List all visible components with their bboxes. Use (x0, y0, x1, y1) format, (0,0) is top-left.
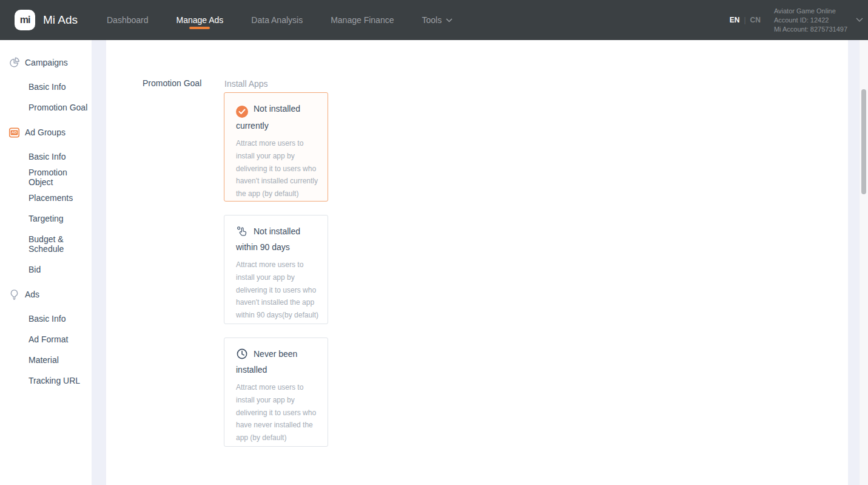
goal-card-description: Attract more users to install your app b… (236, 137, 322, 200)
nav-item-dashboard[interactable]: Dashboard (107, 0, 149, 40)
scrollbar-thumb[interactable] (861, 89, 866, 194)
svg-text:AD: AD (12, 130, 17, 134)
sidebar-item-basic-info[interactable]: Basic Info (0, 146, 92, 167)
navbar-right: EN | CN Aviator Game Online Account ID: … (730, 0, 863, 40)
sidebar-item-tracking-url[interactable]: Tracking URL (0, 370, 92, 391)
sidebar-section-ad-groups[interactable]: AD Ad Groups (0, 122, 92, 143)
sidebar-section-label: Campaigns (25, 58, 68, 67)
sidebar-item-budget-schedule[interactable]: Budget & Schedule (0, 229, 92, 259)
goal-card-title: Not installed currently (236, 101, 321, 134)
chevron-down-icon[interactable] (856, 18, 863, 22)
sidebar-item-placements[interactable]: Placements (0, 188, 92, 208)
sidebar-item-promotion-goal[interactable]: Promotion Goal (0, 97, 92, 118)
nav-item-data-analysis[interactable]: Data Analysis (251, 0, 303, 40)
goal-card-not-installed-90-days[interactable]: Not installed within 90 days Attract mor… (224, 215, 328, 324)
language-en[interactable]: EN (730, 16, 740, 24)
clock-icon (236, 348, 248, 360)
top-navbar: mi Mi Ads Dashboard Manage Ads Data Anal… (0, 0, 868, 40)
main-content: Promotion Goal Install Apps Not installe… (106, 40, 848, 485)
brand: mi Mi Ads (15, 10, 78, 30)
account-info[interactable]: Aviator Game Online Account ID: 12422 Mi… (774, 7, 847, 34)
goal-card-description: Attract more users to install your app b… (236, 381, 322, 444)
goal-card-not-installed-currently[interactable]: Not installed currently Attract more use… (224, 92, 328, 202)
sidebar-item-basic-info[interactable]: Basic Info (0, 76, 92, 97)
mi-account-id: Mi Account: 8275731497 (774, 25, 847, 34)
sidebar-item-targeting[interactable]: Targeting (0, 208, 92, 229)
pie-chart-icon (8, 57, 20, 69)
page-scrollbar (860, 40, 868, 485)
nav-item-tools[interactable]: Tools (422, 0, 453, 40)
sidebar-item-basic-info[interactable]: Basic Info (0, 308, 92, 329)
sidebar-item-promotion-object[interactable]: Promotion Object (0, 167, 92, 188)
sidebar-section-label: Ads (25, 290, 39, 299)
steps-sidebar: Campaigns Basic Info Promotion Goal AD A… (0, 40, 92, 485)
language-switcher: EN | CN (730, 16, 761, 24)
mi-logo-icon[interactable]: mi (15, 10, 35, 30)
ad-badge-icon: AD (8, 127, 20, 138)
account-name: Aviator Game Online (774, 7, 847, 16)
nav-item-manage-finance[interactable]: Manage Finance (331, 0, 394, 40)
goal-card-description: Attract more users to install your app b… (236, 259, 322, 322)
promotion-goal-label: Promotion Goal (143, 78, 209, 88)
sidebar-section-label: Ad Groups (25, 127, 66, 137)
nav-item-manage-ads[interactable]: Manage Ads (177, 0, 224, 40)
sidebar-item-bid[interactable]: Bid (0, 259, 92, 280)
check-circle-icon (236, 106, 248, 118)
sidebar-section-ads[interactable]: Ads (0, 284, 92, 305)
chevron-down-icon (446, 18, 453, 22)
main-nav: Dashboard Manage Ads Data Analysis Manag… (107, 0, 453, 40)
goal-card-title: Never been installed (236, 346, 321, 378)
language-separator: | (744, 16, 745, 24)
tap-icon (236, 225, 248, 237)
sidebar-section-campaigns[interactable]: Campaigns (0, 52, 92, 73)
sidebar-item-material[interactable]: Material (0, 350, 92, 370)
lightbulb-icon (8, 289, 20, 300)
account-id: Account ID: 12422 (774, 16, 847, 25)
sidebar-item-ad-format[interactable]: Ad Format (0, 329, 92, 350)
goal-card-never-installed[interactable]: Never been installed Attract more users … (224, 337, 328, 447)
promotion-goal-value: Install Apps (224, 79, 268, 89)
brand-name: Mi Ads (43, 13, 78, 27)
goal-card-title: Not installed within 90 days (236, 223, 321, 255)
language-cn[interactable]: CN (750, 16, 761, 24)
goal-options: Not installed currently Attract more use… (224, 92, 328, 460)
